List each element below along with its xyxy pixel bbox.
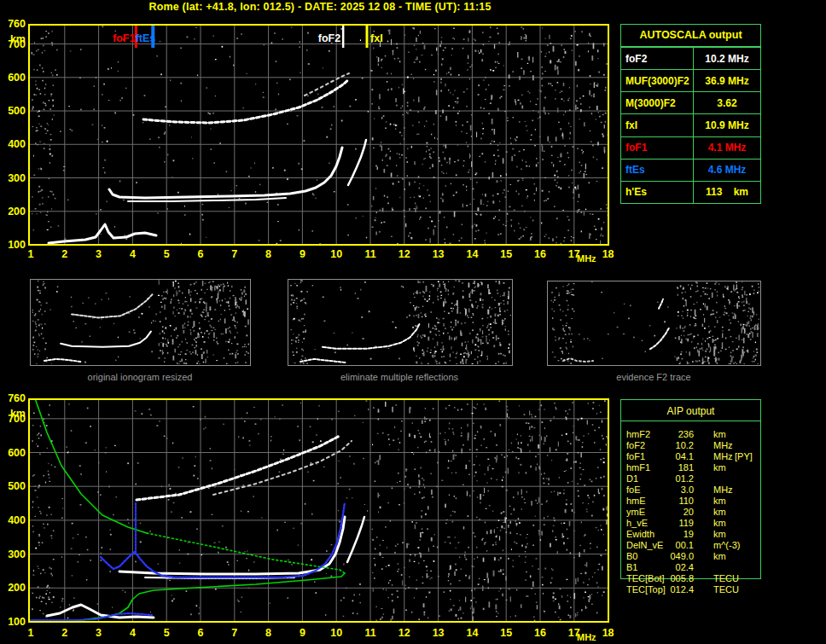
top-trace-f-trace-x-mode (348, 140, 366, 185)
aip-row-foF1: foF104.1MHz[PY] (621, 451, 760, 462)
autoscala-app-window: { "title": "Rome (lat: +41.8, lon: 012.5… (0, 0, 826, 644)
autoscala-value: 113 km (694, 182, 760, 203)
top-x-tick-9: 9 (300, 249, 305, 260)
marker-label-foF1: foF1 (113, 33, 135, 44)
autoscala-row-MUF(3000)F2: MUF(3000)F236.9 MHz (621, 69, 760, 91)
top-plot-frame (29, 25, 608, 245)
panel3-left (551, 283, 574, 364)
panel-frame-3 (548, 281, 761, 366)
aip-unit: km (713, 518, 726, 529)
bottom-x-tick-16: 16 (534, 628, 546, 639)
bottom-y-tick-200: 200 (0, 583, 26, 594)
aip-value: 3.0 (660, 484, 694, 496)
aip-row-h_vE: h_vE119km (621, 518, 760, 529)
aip-value: 00.1 (660, 540, 694, 551)
top-x-tick-5: 5 (164, 249, 170, 260)
bottom-x-tick-15: 15 (500, 628, 512, 639)
autoscala-param: foF2 (621, 48, 694, 69)
aip-row-hmE: hmE110km (621, 496, 760, 507)
autoscala-row-M(3000)F2: M(3000)F23.62 (621, 91, 760, 113)
panel3-trace-f2-frag (659, 299, 663, 309)
aip-value: 01.2 (660, 473, 694, 484)
autoscala-value: 10.9 MHz (694, 114, 760, 136)
top-x-tick-14: 14 (466, 249, 478, 260)
aip-param: B1 (626, 562, 637, 573)
panel2-trace-main (323, 323, 420, 349)
autoscala-param: h'Es (621, 182, 694, 203)
bottom-plot-noise-right-dense (372, 400, 608, 624)
aip-unit: km (713, 429, 726, 440)
aip-value: 20 (660, 507, 694, 518)
aip-row-foE: foE3.0MHz (621, 484, 760, 496)
top-x-tick-2: 2 (61, 249, 67, 260)
aip-value: 181 (660, 462, 694, 473)
bottom-trace-profile-dotted (147, 533, 345, 573)
aip-unit: TECU (713, 573, 739, 584)
aip-param: B0 (626, 551, 637, 562)
panel1-noise (32, 281, 246, 367)
panel-caption-eliminate: eliminate multiple reflections (340, 372, 458, 382)
aip-row-TEC[Top]: TEC[Top]012.4TECU (621, 584, 760, 595)
top-y-tick-300: 300 (0, 173, 26, 184)
autoscala-row-fxI: fxI10.9 MHz (621, 113, 760, 136)
aip-table-title: AIP output (621, 400, 760, 421)
aip-param: h_vE (626, 518, 648, 529)
aip-value: 012.4 (660, 584, 694, 595)
top-trace-second-hop-1 (143, 79, 349, 123)
autoscala-value: 4.1 MHz (694, 137, 760, 159)
top-x-tick-10: 10 (330, 249, 342, 260)
aip-row-B1: B102.4 (621, 562, 760, 573)
panel3-trace-es-dots (563, 358, 593, 362)
aip-extra: [PY] (735, 451, 753, 462)
aip-unit: km (713, 462, 726, 473)
aip-param: foF2 (626, 440, 645, 451)
top-x-tick-11: 11 (364, 249, 375, 260)
bottom-y-tick-300: 300 (0, 549, 26, 560)
top-plot-noise-left-band (32, 31, 54, 231)
top-x-tick-16: 16 (534, 249, 546, 260)
aip-row-ymE: ymE20km (621, 507, 760, 518)
aip-value: 119 (660, 518, 694, 529)
window-title: Rome (lat: +41.8, lon: 012.5) - DATE: 20… (30, 1, 610, 13)
bottom-x-tick-3: 3 (96, 628, 102, 639)
bottom-plot-frame (29, 399, 608, 622)
top-trace-f-trace-o-mode (109, 148, 342, 198)
bottom-x-tick-14: 14 (466, 628, 478, 639)
autoscala-value: 3.62 (694, 92, 760, 113)
autoscala-param: MUF(3000)F2 (621, 70, 694, 91)
top-x-tick-1: 1 (28, 249, 34, 260)
bottom-x-tick-4: 4 (130, 628, 136, 639)
panel1-right (158, 280, 249, 368)
aip-value: 10.2 (660, 440, 694, 451)
panel2-right (413, 280, 512, 368)
aip-rows: hmF2236kmfoF210.2MHzfoF104.1MHz[PY]hmF11… (621, 429, 760, 595)
aip-row-TEC[Bot]: TEC[Bot]005.8TECU (621, 573, 760, 584)
top-y-tick-500: 500 (0, 106, 26, 117)
aip-row-Ewidth: Ewidth19km (621, 529, 760, 540)
top-x-tick-15: 15 (500, 249, 512, 260)
top-x-tick-8: 8 (265, 249, 271, 260)
top-plot-noise-right-dense (371, 26, 608, 248)
bottom-x-tick-5: 5 (164, 628, 170, 639)
bottom-x-tick-12: 12 (398, 628, 410, 639)
top-x-tick-6: 6 (198, 249, 204, 260)
top-y-tick-400: 400 (0, 139, 26, 150)
top-y-tick-100: 100 (0, 240, 26, 251)
autoscala-value: 10.2 MHz (694, 48, 760, 69)
aip-param: Ewidth (626, 529, 654, 540)
top-x-tick-12: 12 (398, 249, 410, 260)
panel2-noise (300, 281, 506, 365)
autoscala-param: foF1 (621, 137, 694, 159)
bottom-trace-es-layer-echo (47, 605, 154, 618)
bottom-y-tick-500: 500 (0, 481, 26, 492)
aip-value: 110 (660, 496, 694, 507)
panel3-trace-f2-arc (650, 328, 669, 349)
aip-param: hmE (626, 496, 646, 507)
aip-value: 005.8 (660, 573, 694, 584)
autoscala-row-h'Es: h'Es113 km (621, 181, 760, 203)
bottom-y-tick-760: 760 (0, 393, 26, 404)
autoscala-row-ftEs: ftEs4.6 MHz (621, 159, 760, 181)
marker-label-ftEs: ftEs (136, 33, 156, 44)
panel2-left (290, 280, 308, 364)
aip-unit: MHz (713, 451, 733, 462)
